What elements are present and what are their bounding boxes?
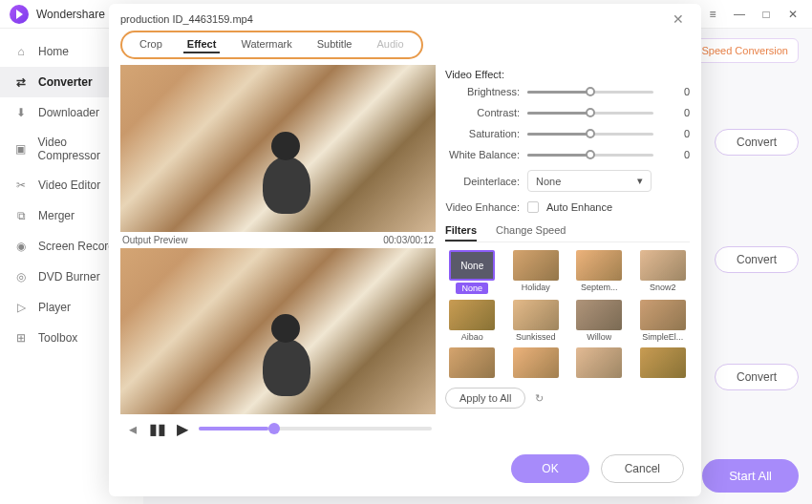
play-button[interactable]: ▶: [174, 420, 191, 437]
maximize-button[interactable]: □: [757, 5, 776, 24]
sidebar-item-label: Converter: [38, 75, 93, 89]
toolbox-icon: ⊞: [13, 330, 29, 346]
editor-icon: ✂: [13, 178, 29, 193]
start-all-button[interactable]: Start All: [702, 459, 799, 493]
minimize-button[interactable]: —: [730, 5, 749, 24]
refresh-icon[interactable]: ↻: [535, 392, 544, 405]
preview-time: 00:03/00:12: [383, 235, 434, 245]
player-icon: ▷: [13, 300, 29, 315]
deinterlace-value: None: [536, 176, 561, 187]
tab-watermark[interactable]: Watermark: [237, 36, 295, 53]
saturation-label: Saturation:: [445, 128, 520, 139]
prev-button[interactable]: ◂: [124, 420, 141, 437]
sidebar-item-label: Merger: [38, 209, 75, 222]
filter-item-10[interactable]: [572, 347, 627, 380]
convert-button[interactable]: Convert: [715, 364, 799, 390]
tab-subtitle[interactable]: Subtitle: [313, 36, 356, 53]
pause-button[interactable]: ▮▮: [149, 420, 166, 437]
enhance-label: Video Enhance:: [445, 201, 520, 213]
filter-thumb: [576, 347, 622, 378]
filter-item-11[interactable]: [636, 347, 691, 380]
effect-subtabs: Filters Change Speed: [445, 220, 690, 242]
filter-thumb: [640, 250, 686, 281]
subtab-filters[interactable]: Filters: [445, 220, 477, 242]
contrast-label: Contrast:: [445, 107, 520, 118]
effect-modal: production ID_4463159.mp4 ✕ Crop Effect …: [109, 4, 701, 496]
brightness-value: 0: [673, 86, 690, 97]
filter-item-Willow[interactable]: Willow: [572, 300, 627, 342]
convert-button[interactable]: Convert: [715, 129, 799, 156]
close-button[interactable]: ✕: [783, 5, 802, 24]
filter-name: SimpleEl...: [642, 332, 683, 342]
settings-column: Video Effect: Brightness: 0 Contrast: 0 …: [445, 65, 690, 443]
sidebar-item-label: Video Editor: [38, 178, 100, 192]
filter-item-8[interactable]: [445, 347, 500, 380]
modal-filename: production ID_4463159.mp4: [120, 13, 667, 25]
filter-item-Holiday[interactable]: Holiday: [509, 250, 564, 294]
downloader-icon: ⬇: [13, 105, 29, 120]
deinterlace-select[interactable]: None ▾: [527, 170, 652, 192]
deinterlace-row: Deinterlace: None ▾: [445, 170, 690, 192]
speed-conversion-button[interactable]: Speed Conversion: [691, 38, 799, 63]
brightness-label: Brightness:: [445, 86, 520, 97]
filter-item-Septem...[interactable]: Septem...: [572, 250, 627, 294]
contrast-value: 0: [673, 107, 690, 118]
apply-to-all-button[interactable]: Apply to All: [445, 388, 525, 409]
filter-name: Sunkissed: [516, 332, 556, 342]
filter-thumb: [640, 300, 686, 330]
white-balance-slider[interactable]: [527, 154, 653, 157]
original-preview: [120, 65, 436, 232]
filter-item-Aibao[interactable]: Aibao: [445, 300, 500, 342]
filter-thumb: [513, 250, 559, 281]
filter-item-9[interactable]: [509, 347, 564, 380]
sidebar-item-label: Toolbox: [38, 331, 77, 345]
filter-name: Aibao: [461, 332, 483, 342]
ok-button[interactable]: OK: [511, 454, 588, 483]
playback-progress[interactable]: [199, 427, 432, 430]
convert-button[interactable]: Convert: [715, 246, 799, 273]
output-preview-label: Output Preview: [122, 235, 187, 245]
video-effect-title: Video Effect:: [445, 69, 690, 80]
filter-name: Holiday: [522, 283, 550, 292]
sidebar-item-label: Downloader: [38, 106, 99, 119]
auto-enhance-label: Auto Enhance: [546, 201, 612, 213]
menu-icon[interactable]: ≡: [703, 5, 722, 24]
saturation-value: 0: [673, 128, 690, 139]
white-balance-value: 0: [673, 149, 690, 160]
filter-item-None[interactable]: NoneNone: [445, 250, 500, 294]
tab-effect[interactable]: Effect: [183, 36, 221, 53]
dvd-icon: ◎: [13, 269, 29, 284]
compress-icon: ▣: [13, 141, 29, 157]
auto-enhance-checkbox[interactable]: [527, 201, 539, 213]
filter-item-SimpleEl...[interactable]: SimpleEl...: [636, 300, 691, 342]
filter-thumb: [640, 347, 686, 378]
filter-thumb: [449, 300, 495, 330]
filter-item-Sunkissed[interactable]: Sunkissed: [509, 300, 564, 342]
contrast-slider[interactable]: [527, 112, 653, 115]
deinterlace-label: Deinterlace:: [445, 176, 520, 187]
filter-thumb: [513, 347, 559, 378]
cancel-button[interactable]: Cancel: [601, 454, 684, 483]
tab-crop[interactable]: Crop: [136, 36, 166, 53]
filter-name: None: [456, 283, 488, 294]
filter-item-Snow2[interactable]: Snow2: [636, 250, 691, 294]
sidebar-item-label: Home: [38, 45, 69, 58]
subtab-change-speed[interactable]: Change Speed: [496, 220, 566, 242]
edit-tabs: Crop Effect Watermark Subtitle Audio: [120, 31, 423, 59]
filter-thumb: [576, 300, 622, 330]
filter-name: Snow2: [650, 283, 676, 292]
filter-name: Willow: [587, 332, 611, 342]
brightness-row: Brightness: 0: [445, 86, 690, 97]
saturation-row: Saturation: 0: [445, 128, 690, 139]
saturation-slider[interactable]: [527, 133, 653, 136]
filter-name: Septem...: [581, 283, 618, 292]
brightness-slider[interactable]: [527, 91, 653, 94]
white-balance-row: White Balance: 0: [445, 149, 690, 160]
recorder-icon: ◉: [13, 239, 29, 254]
filter-thumb: [576, 250, 622, 281]
home-icon: ⌂: [13, 44, 29, 59]
sidebar-item-label: Player: [38, 301, 71, 314]
playback-controls: ◂ ▮▮ ▶: [120, 414, 436, 443]
modal-close-button[interactable]: ✕: [667, 10, 690, 29]
converter-icon: ⇄: [13, 74, 29, 90]
